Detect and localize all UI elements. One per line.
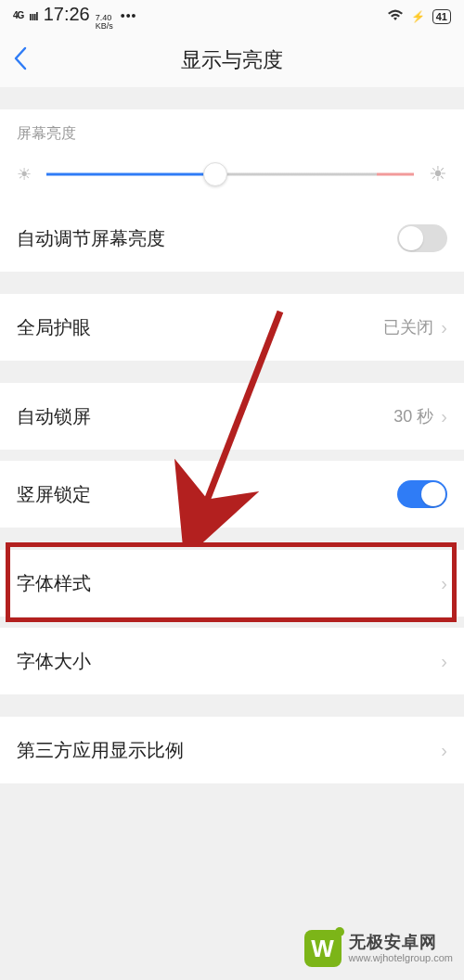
signal-icon: ıııl	[29, 10, 37, 23]
watermark-logo: W	[304, 930, 342, 967]
watermark-en: www.wjhotelgroup.com	[349, 952, 454, 963]
watermark-cn: 无极安卓网	[349, 934, 454, 952]
row-label: 全局护眼	[17, 315, 91, 340]
slider-thumb[interactable]	[203, 162, 227, 186]
row-portrait-lock[interactable]: 竖屏锁定	[0, 461, 464, 528]
brightness-label: 屏幕亮度	[17, 124, 447, 144]
row-label: 第三方应用显示比例	[17, 738, 184, 763]
auto-brightness-toggle[interactable]	[397, 224, 447, 252]
chevron-right-icon: ›	[441, 317, 447, 338]
row-label: 竖屏锁定	[17, 482, 91, 507]
row-label: 字体样式	[17, 571, 91, 596]
brightness-section: 屏幕亮度 ☀ ☀	[0, 109, 464, 205]
watermark: W 无极安卓网 www.wjhotelgroup.com	[304, 930, 454, 967]
back-button[interactable]	[13, 43, 35, 79]
chevron-right-icon: ›	[441, 740, 447, 761]
row-label: 自动锁屏	[17, 404, 91, 429]
row-eye-care[interactable]: 全局护眼 已关闭 ›	[0, 294, 464, 361]
net-speed: 7.40 KB/s	[96, 14, 113, 31]
chevron-right-icon: ›	[441, 406, 447, 427]
brightness-high-icon: ☀	[429, 162, 447, 186]
row-auto-brightness[interactable]: 自动调节屏幕亮度	[0, 205, 464, 272]
chevron-right-icon: ›	[441, 573, 447, 594]
row-label: 自动调节屏幕亮度	[17, 226, 165, 251]
row-value: 已关闭	[383, 316, 433, 338]
clock: 17:26	[44, 4, 90, 25]
page-title: 显示与亮度	[0, 46, 464, 74]
network-type: 4G	[13, 10, 23, 23]
wifi-icon	[387, 8, 404, 25]
more-icon: •••	[121, 8, 137, 23]
row-font-size[interactable]: 字体大小 ›	[0, 628, 464, 694]
page-header: 显示与亮度	[0, 33, 464, 87]
status-bar: 4G ıııl 17:26 7.40 KB/s ••• ⚡ 41	[0, 0, 464, 33]
battery-icon: 41	[432, 9, 451, 24]
chevron-right-icon: ›	[441, 651, 447, 672]
row-font-style[interactable]: 字体样式 ›	[0, 550, 464, 617]
portrait-lock-toggle[interactable]	[397, 480, 447, 508]
charging-icon: ⚡	[411, 10, 425, 23]
row-label: 字体大小	[17, 649, 91, 674]
brightness-slider[interactable]	[46, 163, 414, 185]
row-third-party-ratio[interactable]: 第三方应用显示比例 ›	[0, 717, 464, 783]
brightness-low-icon: ☀	[17, 164, 32, 185]
row-value: 30 秒	[393, 405, 433, 427]
row-auto-lock[interactable]: 自动锁屏 30 秒 ›	[0, 383, 464, 450]
